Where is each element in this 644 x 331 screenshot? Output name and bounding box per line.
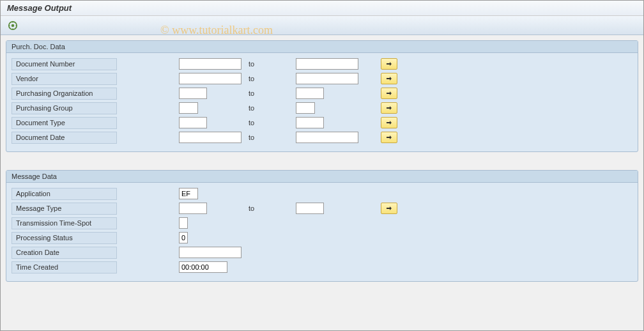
row-purch-org: Purchasing Organization to (12, 86, 632, 100)
row-doc-type: Document Type to (12, 116, 632, 130)
purch-group-more-button[interactable] (381, 102, 397, 114)
svg-point-1 (12, 24, 15, 27)
message-type-more-button[interactable] (381, 203, 397, 214)
to-label: to (246, 104, 296, 112)
doc-date-from-input[interactable] (179, 132, 241, 143)
content-area: Purch. Doc. Data Document Number to Vend… (1, 35, 643, 305)
label-trans-time: Transmission Time-Spot (12, 217, 117, 229)
group-message-data: Message Data Application Message Type to… (6, 170, 638, 282)
doc-number-more-button[interactable] (381, 58, 397, 70)
row-time-created: Time Created (12, 260, 632, 274)
arrow-right-icon (386, 90, 392, 96)
doc-number-to-input[interactable] (296, 58, 358, 70)
label-application: Application (12, 188, 117, 200)
doc-date-more-button[interactable] (381, 132, 397, 143)
message-type-to-input[interactable] (296, 203, 324, 214)
to-label: to (246, 134, 296, 141)
group-purch-doc: Purch. Doc. Data Document Number to Vend… (6, 40, 638, 152)
arrow-right-icon (386, 205, 392, 212)
purch-org-to-input[interactable] (296, 88, 324, 99)
purch-group-to-input[interactable] (296, 102, 315, 114)
group-body: Document Number to Vendor to Purchasing … (6, 53, 638, 151)
to-label: to (246, 119, 296, 127)
arrow-right-icon (386, 75, 392, 82)
proc-status-input[interactable] (179, 232, 188, 243)
to-label: to (246, 60, 296, 68)
label-message-type: Message Type (12, 203, 117, 215)
row-trans-time: Transmission Time-Spot (12, 216, 632, 230)
toolbar (1, 16, 643, 35)
label-purch-group: Purchasing Group (12, 102, 117, 114)
vendor-to-input[interactable] (296, 73, 358, 84)
message-type-from-input[interactable] (179, 203, 207, 214)
doc-date-to-input[interactable] (296, 132, 358, 143)
row-document-number: Document Number to (12, 57, 632, 71)
purch-group-from-input[interactable] (179, 102, 198, 114)
label-doc-type: Document Type (12, 117, 117, 129)
label-doc-date: Document Date (12, 132, 117, 144)
label-vendor: Vendor (12, 73, 117, 85)
doc-type-to-input[interactable] (296, 117, 324, 128)
label-purch-org: Purchasing Organization (12, 88, 117, 100)
execute-icon[interactable] (7, 20, 19, 31)
application-input[interactable] (179, 188, 198, 199)
purch-org-more-button[interactable] (381, 88, 397, 99)
arrow-right-icon (386, 61, 392, 67)
row-purch-group: Purchasing Group to (12, 101, 632, 115)
page-title: Message Output (7, 3, 637, 13)
purch-org-from-input[interactable] (179, 88, 207, 99)
row-proc-status: Processing Status (12, 231, 632, 245)
title-bar: Message Output (1, 1, 643, 16)
label-proc-status: Processing Status (12, 232, 117, 244)
row-doc-date: Document Date to (12, 130, 632, 144)
arrow-right-icon (386, 119, 392, 126)
to-label: to (246, 75, 296, 82)
arrow-right-icon (386, 105, 392, 111)
vendor-more-button[interactable] (381, 73, 397, 84)
arrow-right-icon (386, 134, 392, 141)
row-message-type: Message Type to (12, 201, 632, 215)
group-body: Application Message Type to Transmission… (6, 183, 638, 281)
time-created-input[interactable] (179, 261, 227, 273)
row-application: Application (12, 187, 632, 201)
label-creation-date: Creation Date (12, 247, 117, 259)
label-time-created: Time Created (12, 261, 117, 273)
doc-number-from-input[interactable] (179, 58, 241, 70)
doc-type-from-input[interactable] (179, 117, 207, 128)
creation-date-input[interactable] (179, 247, 241, 258)
doc-type-more-button[interactable] (381, 117, 397, 128)
to-label: to (246, 89, 296, 97)
to-label: to (246, 204, 296, 212)
trans-time-input[interactable] (179, 217, 188, 229)
group-header: Purch. Doc. Data (6, 41, 638, 53)
row-creation-date: Creation Date (12, 245, 632, 259)
label-doc-number: Document Number (12, 58, 117, 70)
vendor-from-input[interactable] (179, 73, 241, 84)
row-vendor: Vendor to (12, 72, 632, 86)
group-header: Message Data (6, 171, 638, 183)
